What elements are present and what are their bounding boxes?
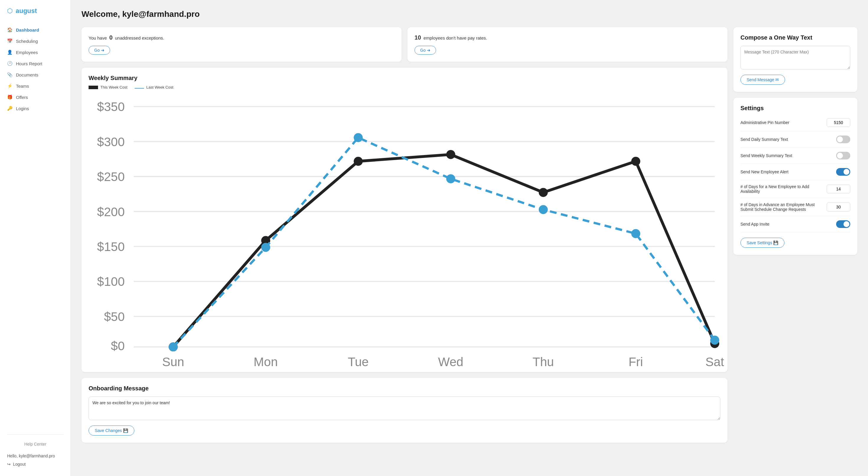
- onboarding-card: Onboarding Message We are so excited for…: [82, 378, 727, 443]
- sidebar-item-hours-report[interactable]: 🕐 Hours Report: [0, 58, 70, 69]
- chart-legend: This Week Cost Last Week Cost: [89, 85, 720, 89]
- setting-row-days-schedule: # of Days in Advance an Employee Must Su…: [740, 198, 850, 216]
- settings-card: Settings Administrative Pin Number Send …: [733, 98, 857, 255]
- svg-text:$200: $200: [97, 205, 125, 219]
- weekly-summary-toggle[interactable]: [836, 152, 850, 159]
- person-icon: 👤: [7, 50, 12, 55]
- svg-point-28: [631, 229, 640, 238]
- weekly-summary-slider: [836, 152, 850, 159]
- setting-row-new-employee-alert: Send New Employee Alert: [740, 164, 850, 180]
- legend-this-week: This Week Cost: [89, 85, 128, 89]
- svg-text:$100: $100: [97, 275, 125, 289]
- save-settings-button[interactable]: Save Settings 💾: [740, 238, 784, 248]
- weekly-chart: $350 $300 $250 $200 $150 $100 $50 $0: [89, 93, 720, 364]
- setting-row-daily-summary: Send Daily Summary Text: [740, 131, 850, 148]
- new-employee-alert-slider: [836, 168, 850, 176]
- admin-pin-label: Administrative Pin Number: [740, 120, 789, 125]
- logo-icon: ⬡: [7, 7, 13, 15]
- last-week-color: [135, 88, 144, 89]
- setting-row-days-availability: # of Days for a New Employee to Add Avai…: [740, 180, 850, 198]
- this-week-line: [173, 154, 715, 347]
- sidebar-item-dashboard[interactable]: 🏠 Dashboard: [0, 24, 70, 35]
- page-title: Welcome, kyle@farmhand.pro: [82, 9, 857, 19]
- compose-card: Compose a One Way Text Send Message ✉: [733, 27, 857, 92]
- days-availability-input[interactable]: [827, 184, 850, 194]
- svg-point-19: [446, 150, 455, 159]
- svg-point-20: [539, 188, 548, 197]
- svg-text:Thu: Thu: [533, 355, 554, 369]
- app-invite-toggle[interactable]: [836, 220, 850, 228]
- svg-text:$250: $250: [97, 170, 125, 184]
- logout-icon: ↪: [7, 462, 11, 467]
- daily-summary-toggle[interactable]: [836, 136, 850, 143]
- logout-button[interactable]: ↪ Logout: [0, 459, 70, 469]
- svg-text:Mon: Mon: [254, 355, 278, 369]
- sidebar-item-employees[interactable]: 👤 Employees: [0, 47, 70, 58]
- chart-container: $350 $300 $250 $200 $150 $100 $50 $0: [89, 93, 720, 365]
- days-schedule-label: # of Days in Advance an Employee Must Su…: [740, 202, 823, 212]
- onboarding-message-input[interactable]: We are so excited for you to join our te…: [89, 396, 720, 420]
- sidebar: ⬡ august 🏠 Dashboard 📅 Scheduling 👤 Empl…: [0, 0, 71, 476]
- weekly-summary-card: Weekly Summary This Week Cost Last Week …: [82, 68, 727, 372]
- exceptions-count: 0: [109, 34, 113, 41]
- home-icon: 🏠: [7, 27, 12, 32]
- svg-point-21: [631, 157, 640, 166]
- exceptions-go-button[interactable]: Go ➜: [89, 46, 110, 55]
- sidebar-item-offers[interactable]: 🎁 Offers: [0, 92, 70, 103]
- weekly-summary-label: Send Weekly Summary Text: [740, 153, 792, 158]
- send-message-button[interactable]: Send Message ✉: [740, 75, 785, 85]
- svg-text:$50: $50: [104, 310, 125, 324]
- sidebar-item-teams[interactable]: ⚡ Teams: [0, 80, 70, 92]
- setting-row-admin-pin: Administrative Pin Number: [740, 114, 850, 131]
- svg-point-29: [710, 336, 719, 345]
- new-employee-alert-label: Send New Employee Alert: [740, 170, 788, 174]
- daily-summary-slider: [836, 136, 850, 143]
- svg-text:$0: $0: [111, 339, 125, 353]
- exceptions-card: You have 0 unaddressed exceptions. Go ➜: [82, 27, 402, 62]
- sidebar-item-documents[interactable]: 📎 Documents: [0, 69, 70, 80]
- sidebar-item-logins[interactable]: 🔑 Logins: [0, 103, 70, 114]
- save-changes-button[interactable]: Save Changes 💾: [89, 425, 134, 436]
- svg-text:Tue: Tue: [348, 355, 369, 369]
- days-schedule-input[interactable]: [827, 203, 850, 211]
- logo: ⬡ august: [0, 7, 70, 24]
- svg-text:Sun: Sun: [162, 355, 184, 369]
- bolt-icon: ⚡: [7, 83, 12, 89]
- new-employee-alert-toggle[interactable]: [836, 168, 850, 176]
- svg-point-25: [354, 133, 363, 142]
- weekly-summary-title: Weekly Summary: [89, 75, 720, 82]
- compose-message-input[interactable]: [740, 46, 850, 69]
- right-column: Compose a One Way Text Send Message ✉ Se…: [733, 27, 857, 443]
- days-availability-label: # of Days for a New Employee to Add Avai…: [740, 184, 823, 194]
- daily-summary-label: Send Daily Summary Text: [740, 137, 788, 142]
- onboarding-title: Onboarding Message: [89, 385, 720, 392]
- clock-icon: 🕐: [7, 61, 12, 66]
- logo-text: august: [16, 7, 37, 15]
- svg-text:$300: $300: [97, 135, 125, 149]
- exceptions-text: You have 0 unaddressed exceptions.: [89, 34, 395, 41]
- svg-point-18: [354, 157, 363, 166]
- help-center-link[interactable]: Help Center: [0, 439, 70, 449]
- left-column: You have 0 unaddressed exceptions. Go ➜ …: [82, 27, 727, 443]
- gift-icon: 🎁: [7, 94, 12, 100]
- sidebar-item-scheduling[interactable]: 📅 Scheduling: [0, 35, 70, 47]
- main-content: Welcome, kyle@farmhand.pro You have 0 un…: [71, 0, 868, 476]
- setting-row-app-invite: Send App Invite: [740, 216, 850, 232]
- legend-last-week: Last Week Cost: [135, 85, 174, 89]
- app-invite-slider: [836, 220, 850, 228]
- svg-text:Fri: Fri: [628, 355, 643, 369]
- payrate-text: 10 employees don't have pay rates.: [414, 34, 720, 41]
- payrate-go-button[interactable]: Go ➜: [414, 46, 436, 55]
- admin-pin-input[interactable]: [827, 118, 850, 127]
- svg-point-27: [539, 205, 548, 214]
- alerts-row: You have 0 unaddressed exceptions. Go ➜ …: [82, 27, 727, 62]
- svg-point-24: [261, 243, 271, 252]
- svg-text:Sat: Sat: [705, 355, 724, 369]
- paperclip-icon: 📎: [7, 72, 12, 77]
- calendar-icon: 📅: [7, 38, 12, 44]
- setting-row-weekly-summary: Send Weekly Summary Text: [740, 148, 850, 164]
- svg-point-26: [446, 174, 455, 183]
- svg-text:$350: $350: [97, 100, 125, 114]
- payrate-card: 10 employees don't have pay rates. Go ➜: [407, 27, 727, 62]
- svg-text:$150: $150: [97, 240, 125, 254]
